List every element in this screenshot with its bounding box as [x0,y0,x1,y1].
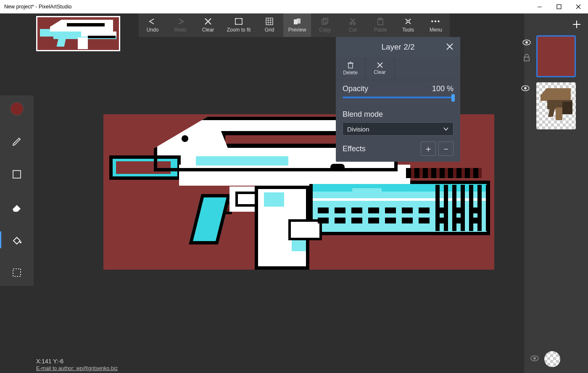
svg-rect-15 [297,18,301,24]
opacity-section: Opacity 100 % [336,80,460,106]
toolbar-redo-label: Redo [174,27,187,33]
close-icon [446,43,454,50]
cursor-coords: X:141 Y:-6 [36,358,63,365]
titlebar: New project* - PixelArtStudio ─ [0,0,588,13]
layers-panel-footer [526,348,586,371]
opacity-slider[interactable] [343,97,454,98]
svg-line-21 [351,18,355,23]
layer-thumb-2[interactable] [536,35,576,77]
tool-fill[interactable] [0,231,34,248]
toolbar-paste-button[interactable]: Paste [367,13,394,37]
toolbar-grid-button[interactable]: Grid [256,13,283,37]
opacity-value: 100 % [432,84,454,93]
layer-panel-header: Layer 2/2 [336,37,460,57]
layer-clear-button[interactable]: Clear [365,57,395,80]
undo-icon [148,18,157,25]
zoom-to-fit-icon [235,18,243,25]
add-layer-button[interactable] [567,17,586,32]
layer-clear-label: Clear [374,69,386,75]
tools-block [0,95,34,286]
svg-rect-8 [235,18,242,24]
paste-icon [377,18,384,25]
clear-icon [377,62,383,68]
preview-icon [293,18,301,25]
effects-add-button[interactable]: ＋ [421,142,436,156]
layer-properties-panel: Layer 2/2 Delete Clear Opacity 100 % [336,37,460,162]
toolbar-undo-button[interactable]: Undo [139,13,166,37]
copy-icon [321,18,329,25]
toolbar-clear-button[interactable]: Clear [194,13,222,37]
toolbar-menu-button[interactable]: ••• Menu [422,13,450,37]
fill-bucket-icon [11,235,23,245]
layer-visible-icon[interactable] [522,39,531,48]
minus-icon: － [442,143,450,155]
window-close-button[interactable] [569,0,588,13]
clear-icon [204,18,212,25]
layer-panel-actions: Delete Clear [336,57,460,80]
window-title: New project* - PixelArtStudio [4,4,530,10]
blend-mode-select[interactable]: Division [343,122,454,136]
toolbar-clear-label: Clear [202,27,214,33]
window-minimize-button[interactable]: ─ [530,0,549,13]
pencil-icon [12,137,22,147]
toolbar-copy-label: Copy [319,27,331,33]
toolbar-grid-label: Grid [265,27,274,33]
layer-delete-button[interactable]: Delete [336,57,365,80]
current-color-icon [11,102,23,115]
tool-pencil[interactable] [0,133,34,150]
minimap-thumbnail[interactable] [36,16,120,51]
layer-lock-icon[interactable] [523,54,530,63]
toolbar-tools-label: Tools [402,27,414,33]
toolbar-menu-label: Menu [430,27,442,33]
blend-section: Blend mode Division Effects ＋ － [336,106,460,162]
toolbar-preview-label: Preview [288,27,306,33]
all-layers-visible-icon[interactable] [530,355,539,364]
window-controls: ─ [530,0,588,13]
tool-color-swatch[interactable] [0,100,34,117]
svg-point-42 [533,357,536,360]
tool-marquee[interactable] [0,264,34,281]
toolbar-preview-button[interactable]: Preview [283,13,311,37]
opacity-slider-thumb[interactable] [451,94,455,102]
svg-rect-38 [524,57,529,61]
main-area: Undo Redo Clear Zoom to fit Grid Preview [34,13,524,373]
layer-panel-close-button[interactable] [446,43,454,51]
toolbar-redo-button[interactable]: Redo [166,13,194,37]
plus-icon: ＋ [424,143,432,155]
layer-panel-title: Layer 2/2 [381,42,414,52]
svg-line-20 [351,18,354,23]
layer-visible-icon[interactable] [521,85,530,94]
window-maximize-button[interactable] [549,0,569,13]
opacity-label: Opacity [343,84,368,93]
tool-eraser[interactable] [0,199,34,215]
toolbar-cut-label: Cut [349,27,357,33]
composite-preview-circle[interactable] [544,351,560,367]
effects-remove-button[interactable]: － [438,142,454,156]
toolbar-tools-button[interactable]: Tools [394,13,422,37]
svg-rect-0 [557,5,561,9]
toolbar-undo-label: Undo [147,27,159,33]
author-email-link[interactable]: E-mail to author: wp@gritsenko.biz [36,365,118,371]
toolbar-copy-button[interactable]: Copy [311,13,339,37]
trash-icon [347,61,354,69]
effects-label: Effects [343,144,366,153]
redo-icon [176,18,185,25]
tool-rectangle[interactable] [0,166,34,183]
layer-delete-label: Delete [343,70,358,76]
app-body: Undo Redo Clear Zoom to fit Grid Preview [0,13,588,373]
menu-icon: ••• [431,18,441,25]
plus-icon [572,20,581,29]
svg-point-26 [407,21,409,23]
svg-point-19 [353,23,356,25]
chevron-down-icon [443,126,449,132]
toolbar-cut-button[interactable]: Cut [339,13,367,37]
svg-rect-29 [348,63,353,68]
blend-mode-value: Division [347,126,369,133]
svg-rect-16 [322,19,326,24]
layer-thumb-1[interactable] [536,82,576,129]
svg-rect-9 [266,18,273,25]
svg-point-4 [20,242,21,243]
toolbar-zoom-to-fit-button[interactable]: Zoom to fit [222,13,256,37]
top-toolbar: Undo Redo Clear Zoom to fit Grid Preview [139,13,450,37]
svg-rect-17 [324,18,328,23]
